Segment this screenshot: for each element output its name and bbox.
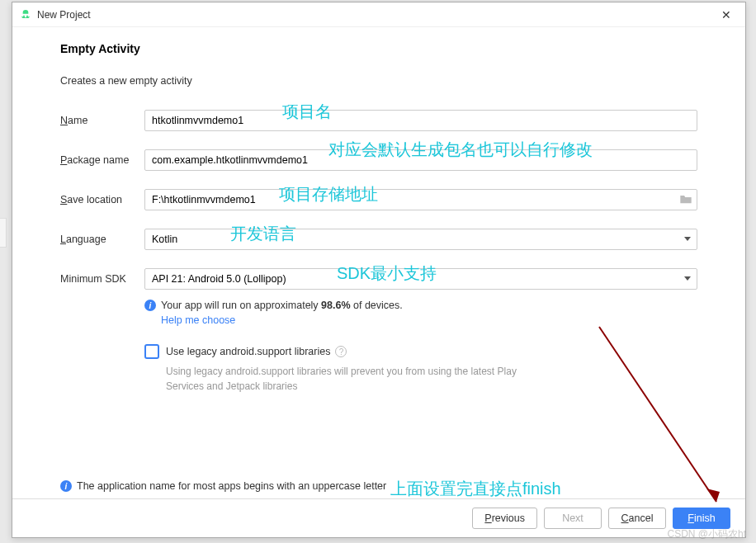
sdk-info-block: i Your app will run on approximately 98.… bbox=[144, 300, 697, 326]
footer-hint: i The application name for most apps beg… bbox=[60, 480, 697, 492]
row-minimum-sdk: Minimum SDK API 21: Android 5.0 (Lollipo… bbox=[60, 268, 697, 290]
dialog-body: Empty Activity Creates a new empty activ… bbox=[12, 27, 745, 498]
folder-icon[interactable] bbox=[679, 193, 692, 205]
row-language: Language Kotlin bbox=[60, 229, 697, 250]
label-save-location: Save location bbox=[60, 194, 144, 205]
minimum-sdk-select[interactable]: API 21: Android 5.0 (Lollipop) bbox=[144, 268, 697, 290]
new-project-dialog: New Project ✕ Empty Activity Creates a n… bbox=[12, 2, 746, 538]
page-subtitle: Creates a new empty activity bbox=[60, 75, 697, 87]
name-input[interactable] bbox=[144, 110, 697, 131]
cancel-button[interactable]: Cancel bbox=[608, 508, 666, 529]
info-icon: i bbox=[144, 300, 156, 311]
legacy-checkbox[interactable] bbox=[144, 344, 159, 359]
previous-button[interactable]: Previous bbox=[472, 508, 537, 529]
save-location-input[interactable] bbox=[144, 189, 697, 210]
row-name: Name bbox=[60, 110, 697, 131]
info-icon: i bbox=[60, 480, 72, 492]
legacy-label: Use legacy android.support libraries bbox=[166, 346, 330, 357]
package-input[interactable] bbox=[144, 149, 697, 171]
finish-button[interactable]: Finish bbox=[673, 508, 730, 529]
watermark: CSDN @小码农ht bbox=[667, 527, 746, 541]
row-package: Package name bbox=[60, 149, 697, 171]
help-me-choose-link[interactable]: Help me choose bbox=[161, 314, 697, 326]
titlebar: New Project ✕ bbox=[12, 2, 745, 27]
runs-on-text: Your app will run on approximately 98.6%… bbox=[161, 300, 403, 311]
legacy-hint: Using legacy android.support libraries w… bbox=[166, 364, 529, 394]
next-button: Next bbox=[544, 508, 602, 529]
language-select[interactable]: Kotlin bbox=[144, 229, 697, 250]
background-panel-edge bbox=[0, 218, 7, 248]
window-title: New Project bbox=[37, 9, 714, 21]
page-title: Empty Activity bbox=[60, 42, 697, 55]
label-name: Name bbox=[60, 115, 144, 126]
close-button[interactable]: ✕ bbox=[714, 2, 739, 27]
label-package: Package name bbox=[60, 154, 144, 166]
row-save-location: Save location bbox=[60, 189, 697, 210]
button-bar: Previous Next Cancel Finish bbox=[12, 498, 745, 537]
label-minimum-sdk: Minimum SDK bbox=[60, 273, 144, 285]
help-icon[interactable]: ? bbox=[335, 346, 347, 357]
label-language: Language bbox=[60, 234, 144, 245]
android-studio-icon bbox=[19, 8, 32, 21]
legacy-block: Use legacy android.support libraries ? U… bbox=[144, 344, 697, 394]
